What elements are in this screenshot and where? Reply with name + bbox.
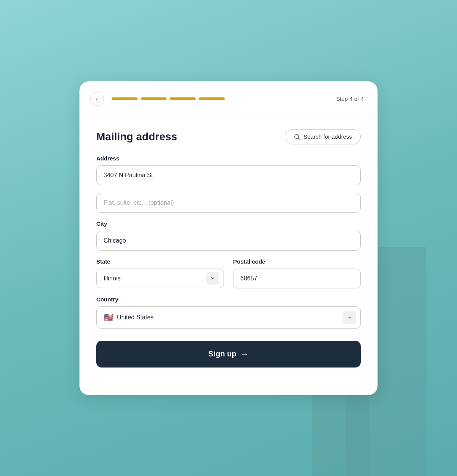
- country-label: Country: [96, 296, 361, 303]
- signup-label: Sign up: [208, 350, 236, 358]
- section-title-row: Mailing address Search for address: [96, 129, 361, 144]
- country-flag: 🇺🇸: [104, 313, 113, 322]
- state-select[interactable]: Illinois: [96, 269, 224, 288]
- back-button[interactable]: ‹: [90, 92, 104, 106]
- address-label: Address: [96, 155, 361, 162]
- signup-button[interactable]: Sign up →: [96, 341, 361, 368]
- postal-field-group: Postal code: [233, 258, 361, 288]
- state-label: State: [96, 258, 224, 265]
- search-address-button[interactable]: Search for address: [285, 129, 361, 144]
- country-select-wrapper: 🇺🇸 United States: [96, 306, 361, 329]
- card-header: ‹ Step 4 of 4: [79, 81, 378, 115]
- progress-bar-1: [112, 97, 138, 100]
- search-icon: [293, 133, 300, 140]
- city-field-group: City: [96, 220, 361, 251]
- country-chevron-icon: [343, 311, 356, 324]
- step-label: Step 4 of 4: [336, 96, 364, 102]
- state-select-wrapper: Illinois: [96, 269, 224, 288]
- address2-field-group: [96, 193, 361, 213]
- svg-point-0: [295, 134, 299, 139]
- search-button-label: Search for address: [303, 133, 352, 140]
- postal-label: Postal code: [233, 258, 361, 265]
- signup-arrow: →: [240, 349, 249, 359]
- city-input[interactable]: [96, 231, 361, 251]
- address-field-group: Address: [96, 155, 361, 185]
- progress-bar-4: [199, 97, 225, 100]
- progress-bar-2: [141, 97, 167, 100]
- progress-bar-3: [170, 97, 196, 100]
- country-select[interactable]: 🇺🇸 United States: [96, 306, 361, 329]
- country-value: United States: [117, 314, 154, 321]
- header-left: ‹: [90, 92, 225, 106]
- state-field-group: State Illinois: [96, 258, 224, 288]
- address-input[interactable]: [96, 165, 361, 185]
- postal-input[interactable]: [233, 269, 361, 288]
- svg-line-1: [298, 138, 300, 139]
- progress-bar-group: [112, 97, 225, 100]
- address2-input[interactable]: [96, 193, 361, 213]
- state-postal-row: State Illinois Postal code: [96, 258, 361, 288]
- card-body: Mailing address Search for address Addre…: [79, 115, 378, 381]
- page-title: Mailing address: [96, 131, 177, 143]
- country-field-group: Country 🇺🇸 United States: [96, 296, 361, 329]
- city-label: City: [96, 220, 361, 227]
- form-card: ‹ Step 4 of 4 Mailing address Search for…: [79, 81, 378, 395]
